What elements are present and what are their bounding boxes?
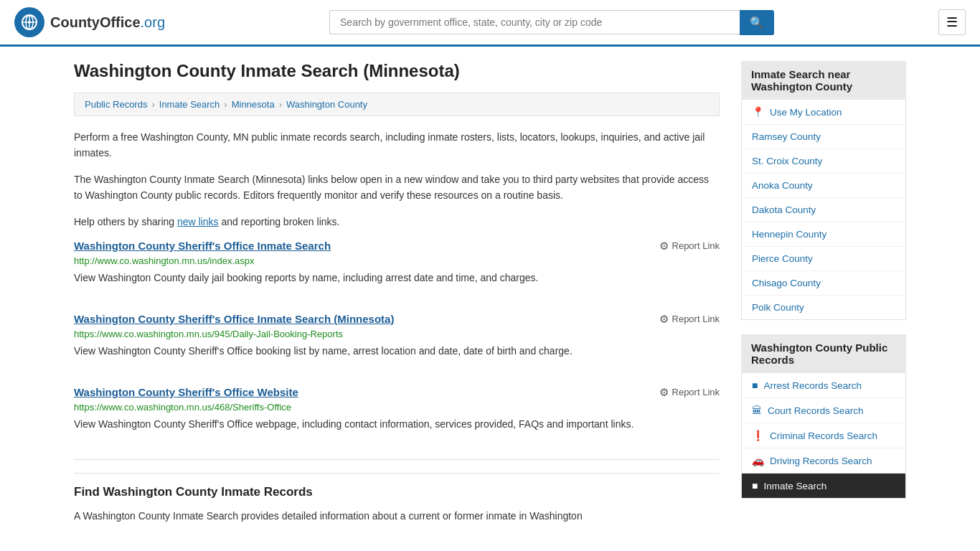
breadcrumb-minnesota[interactable]: Minnesota <box>232 99 275 110</box>
bottom-section-title: Find Washington County Inmate Records <box>74 473 720 499</box>
nearby-county-link-1[interactable]: Ramsey County <box>742 125 905 149</box>
result-url-2[interactable]: https://www.co.washington.mn.us/945/Dail… <box>74 329 720 339</box>
logo-icon <box>14 7 44 37</box>
public-records-box: Washington County Public Records ■Arrest… <box>741 334 906 499</box>
nearby-item-0: 📍Use My Location <box>742 100 905 125</box>
nearby-county-link-5[interactable]: Hennepin County <box>742 222 905 246</box>
records-link-4[interactable]: ■Inmate Search <box>742 474 905 498</box>
nearby-county-link-3[interactable]: Anoka County <box>742 174 905 197</box>
public-records-list: ■Arrest Records Search🏛Court Records Sea… <box>741 373 906 499</box>
nearby-county-link-4[interactable]: Dakota County <box>742 198 905 222</box>
report-label-3: Report Link <box>672 387 720 397</box>
page-title: Washington County Inmate Search (Minneso… <box>74 61 720 81</box>
public-records-title: Washington County Public Records <box>741 334 906 373</box>
logo-suffix: .org <box>141 14 165 30</box>
result-entry-2: Washington County Sheriff's Office Inmat… <box>74 313 720 366</box>
search-button[interactable]: 🔍 <box>740 10 774 35</box>
breadcrumb-public-records[interactable]: Public Records <box>85 99 147 110</box>
nearby-item-7: Chisago County <box>742 271 905 296</box>
nearby-item-1: Ramsey County <box>742 125 905 149</box>
records-icon-3: 🚗 <box>752 455 764 466</box>
result-title-3[interactable]: Washington County Sheriff's Office Websi… <box>74 386 298 398</box>
bottom-section-desc: A Washington County Inmate Search provid… <box>74 508 720 524</box>
records-item-0: ■Arrest Records Search <box>742 373 905 398</box>
breadcrumb-washington-county[interactable]: Washington County <box>286 99 367 110</box>
nearby-item-2: St. Croix County <box>742 149 905 174</box>
nearby-title: Inmate Search near Washington County <box>741 61 906 100</box>
logo-text: CountyOffice.org <box>50 14 165 31</box>
records-icon-1: 🏛 <box>752 405 762 416</box>
result-title-row-1: Washington County Sheriff's Office Inmat… <box>74 240 720 253</box>
report-link-btn-3[interactable]: ⚙ Report Link <box>659 386 720 399</box>
result-entry-1: Washington County Sheriff's Office Inmat… <box>74 240 720 293</box>
logo-area: CountyOffice.org <box>14 7 165 37</box>
sidebar: Inmate Search near Washington County 📍Us… <box>741 61 906 551</box>
nearby-county-link-8[interactable]: Polk County <box>742 296 905 319</box>
breadcrumb-inmate-search[interactable]: Inmate Search <box>159 99 220 110</box>
section-divider <box>74 459 720 460</box>
result-url-3[interactable]: https://www.co.washington.mn.us/468/Sher… <box>74 402 720 413</box>
location-icon: 📍 <box>752 106 764 118</box>
records-icon-2: ❗ <box>752 430 764 441</box>
description-2: The Washington County Inmate Search (Min… <box>74 171 720 204</box>
records-item-4: ■Inmate Search <box>742 474 905 498</box>
report-label-1: Report Link <box>672 240 720 251</box>
records-item-1: 🏛Court Records Search <box>742 398 905 423</box>
svg-point-5 <box>28 21 31 24</box>
breadcrumb: Public Records › Inmate Search › Minneso… <box>74 93 720 116</box>
report-icon-1: ⚙ <box>659 240 669 253</box>
nearby-item-5: Hennepin County <box>742 222 905 247</box>
nearby-county-link-2[interactable]: St. Croix County <box>742 149 905 173</box>
report-label-2: Report Link <box>672 314 720 324</box>
nearby-county-link-7[interactable]: Chisago County <box>742 271 905 295</box>
records-link-1[interactable]: 🏛Court Records Search <box>742 398 905 423</box>
records-icon-0: ■ <box>752 380 758 391</box>
result-url-1[interactable]: http://www.co.washington.mn.us/index.asp… <box>74 255 720 266</box>
search-input[interactable] <box>329 10 740 34</box>
content-area: Washington County Inmate Search (Minneso… <box>74 61 720 551</box>
description-3: Help others by sharing new links and rep… <box>74 214 720 230</box>
records-link-2[interactable]: ❗Criminal Records Search <box>742 423 905 448</box>
menu-button[interactable]: ☰ <box>938 9 966 35</box>
result-title-row-3: Washington County Sheriff's Office Websi… <box>74 386 720 399</box>
report-link-btn-2[interactable]: ⚙ Report Link <box>659 313 720 326</box>
records-link-0[interactable]: ■Arrest Records Search <box>742 373 905 397</box>
use-my-location-link[interactable]: 📍Use My Location <box>742 100 905 124</box>
report-link-btn-1[interactable]: ⚙ Report Link <box>659 240 720 253</box>
report-icon-2: ⚙ <box>659 313 669 326</box>
main-container: Washington County Inmate Search (Minneso… <box>60 47 920 551</box>
description-1: Perform a free Washington County, MN pub… <box>74 129 720 161</box>
new-links-link[interactable]: new links <box>177 216 219 227</box>
result-desc-3: View Washington County Sheriff's Office … <box>74 417 720 432</box>
header-right: ☰ <box>938 9 966 35</box>
result-desc-1: View Washington County daily jail bookin… <box>74 270 720 286</box>
nearby-county-link-6[interactable]: Pierce County <box>742 247 905 270</box>
results-container: Washington County Sheriff's Office Inmat… <box>74 240 720 439</box>
records-item-2: ❗Criminal Records Search <box>742 423 905 448</box>
result-title-row-2: Washington County Sheriff's Office Inmat… <box>74 313 720 326</box>
result-desc-2: View Washington County Sheriff's Office … <box>74 344 720 359</box>
nearby-box: Inmate Search near Washington County 📍Us… <box>741 61 906 320</box>
nearby-list: 📍Use My LocationRamsey CountySt. Croix C… <box>741 100 906 320</box>
search-bar: 🔍 <box>329 10 774 35</box>
records-link-3[interactable]: 🚗Driving Records Search <box>742 448 905 473</box>
nearby-item-6: Pierce County <box>742 247 905 271</box>
result-title-1[interactable]: Washington County Sheriff's Office Inmat… <box>74 240 331 252</box>
nearby-item-3: Anoka County <box>742 174 905 198</box>
records-item-3: 🚗Driving Records Search <box>742 448 905 474</box>
report-icon-3: ⚙ <box>659 386 669 399</box>
result-entry-3: Washington County Sheriff's Office Websi… <box>74 386 720 439</box>
nearby-item-8: Polk County <box>742 296 905 319</box>
bottom-section: Find Washington County Inmate Records A … <box>74 473 720 541</box>
records-icon-4: ■ <box>752 480 758 491</box>
result-title-2[interactable]: Washington County Sheriff's Office Inmat… <box>74 313 394 325</box>
site-header: CountyOffice.org 🔍 ☰ <box>0 0 980 47</box>
nearby-item-4: Dakota County <box>742 198 905 222</box>
